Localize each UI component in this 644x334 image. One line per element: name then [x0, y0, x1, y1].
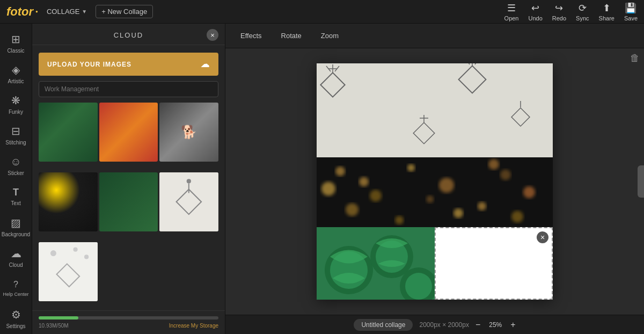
collage-canvas: ×: [317, 63, 553, 300]
svg-point-27: [370, 190, 382, 202]
topbar: fotor ● COLLAGE ▼ + New Collage ☰ Open ↩…: [0, 0, 644, 24]
sidebar-item-sticker[interactable]: ☺ Sticker: [0, 150, 32, 181]
storage-area: 10.93M/50M Increase My Storage: [32, 310, 225, 334]
redo-label: Redo: [552, 15, 566, 21]
help-label: Help Center: [3, 292, 28, 297]
remove-cell-button[interactable]: ×: [537, 231, 548, 243]
zoom-in-button[interactable]: +: [510, 320, 515, 330]
artistic-icon: ◈: [12, 63, 20, 76]
thumbnail-white-plant[interactable]: [39, 242, 98, 301]
svg-point-28: [407, 164, 415, 172]
save-icon: 💾: [625, 2, 636, 14]
classic-icon: ⊞: [11, 33, 20, 46]
scroll-handle[interactable]: [638, 165, 644, 198]
thumbnail-gold[interactable]: [39, 172, 98, 231]
zoom-button[interactable]: Zoom: [317, 30, 343, 42]
undo-button[interactable]: ↩ Undo: [529, 2, 543, 21]
svg-rect-9: [317, 63, 553, 157]
background-icon: ▨: [11, 216, 21, 229]
thumbnail-orange[interactable]: [99, 103, 158, 162]
cloud-panel: CLOUD × UPLOAD YOUR IMAGES ☁: [32, 24, 225, 334]
svg-point-36: [488, 159, 499, 170]
settings-label: Settings: [6, 323, 25, 329]
cloud-label: Cloud: [9, 262, 23, 268]
open-label: Open: [504, 15, 519, 21]
canvas-area: Effects Rotate Zoom: [225, 24, 644, 334]
share-button[interactable]: ⬆ Share: [599, 2, 614, 21]
save-button[interactable]: 💾 Save: [624, 2, 638, 21]
sync-button[interactable]: ⟳ Sync: [576, 2, 589, 21]
sidebar-item-artistic[interactable]: ◈ Artistic: [0, 59, 32, 89]
new-collage-label: + New Collage: [101, 8, 147, 16]
open-icon: ☰: [507, 2, 516, 14]
sync-icon: ⟳: [579, 2, 587, 14]
svg-point-35: [395, 216, 404, 224]
text-label: Text: [11, 200, 20, 206]
topbar-actions: ☰ Open ↩ Undo ↪ Redo ⟳ Sync ⬆ Share 💾 Sa…: [504, 2, 638, 21]
collage-name-badge: Untitled collage: [354, 319, 413, 331]
search-input[interactable]: [39, 81, 218, 97]
svg-point-6: [50, 250, 56, 256]
svg-point-26: [335, 166, 345, 176]
increase-storage-link[interactable]: Increase My Storage: [169, 323, 218, 329]
redo-button[interactable]: ↪ Redo: [552, 2, 566, 21]
text-icon: T: [13, 187, 19, 198]
thumbnail-leaves2[interactable]: [99, 172, 158, 231]
svg-point-3: [187, 179, 191, 183]
sidebar: ⊞ Classic ◈ Artistic ❋ Funky ⊟ Stitching…: [0, 24, 32, 334]
delete-icon[interactable]: 🗑: [630, 53, 640, 64]
close-panel-button[interactable]: ×: [207, 29, 218, 41]
new-collage-button[interactable]: + New Collage: [96, 5, 153, 18]
upload-cloud-icon: ☁: [201, 59, 210, 69]
svg-point-29: [439, 178, 454, 193]
sidebar-item-stitching[interactable]: ⊟ Stitching: [0, 120, 32, 150]
sidebar-item-help[interactable]: ? Help Center: [0, 273, 32, 303]
thumbnail-dog[interactable]: [159, 103, 218, 162]
svg-point-34: [523, 186, 535, 198]
redo-icon: ↪: [555, 2, 563, 14]
collage-bottom-right[interactable]: ×: [435, 227, 553, 300]
collage-menu-button[interactable]: COLLAGE ▼: [47, 8, 87, 16]
stitching-icon: ⊟: [11, 125, 20, 137]
help-icon: ?: [13, 280, 18, 289]
canvas-toolbar: Effects Rotate Zoom: [225, 24, 644, 48]
settings-icon: ⚙: [11, 308, 21, 321]
sidebar-item-cloud[interactable]: ☁ Cloud: [0, 242, 32, 273]
funky-icon: ❋: [11, 94, 20, 107]
sidebar-item-text[interactable]: T Text: [0, 181, 32, 212]
logo-area: fotor ●: [6, 5, 38, 19]
storage-fill: [39, 316, 78, 320]
svg-rect-4: [39, 242, 98, 301]
share-icon: ⬆: [603, 2, 611, 14]
collage-bottom-left[interactable]: [317, 227, 435, 300]
stitching-label: Stitching: [5, 140, 26, 146]
panel-title: CLOUD: [114, 31, 144, 39]
svg-point-8: [84, 255, 89, 259]
sidebar-item-funky[interactable]: ❋ Funky: [0, 89, 32, 120]
collage-top-row[interactable]: [317, 63, 553, 157]
chevron-down-icon: ▼: [82, 9, 87, 14]
upload-images-button[interactable]: UPLOAD YOUR IMAGES ☁: [39, 53, 218, 76]
svg-point-31: [500, 170, 511, 180]
sidebar-item-background[interactable]: ▨ Background: [0, 212, 32, 242]
thumbnail-plant-deco[interactable]: [159, 172, 218, 231]
storage-used: 10.93M/50M: [39, 323, 69, 329]
sticker-label: Sticker: [8, 170, 24, 176]
thumbnail-leaves[interactable]: [39, 103, 98, 162]
sync-label: Sync: [576, 15, 589, 21]
upload-label: UPLOAD YOUR IMAGES: [47, 61, 131, 68]
open-button[interactable]: ☰ Open: [504, 2, 519, 21]
zoom-out-button[interactable]: −: [475, 320, 480, 330]
artistic-label: Artistic: [8, 78, 24, 84]
panel-header: CLOUD: [32, 24, 225, 45]
logo-dot: ●: [35, 9, 38, 14]
collage-bottom-row: ×: [317, 227, 553, 300]
effects-button[interactable]: Effects: [236, 30, 266, 42]
rotate-button[interactable]: Rotate: [277, 30, 306, 42]
sidebar-item-classic[interactable]: ⊞ Classic: [0, 28, 32, 59]
svg-point-33: [453, 208, 463, 218]
sidebar-item-settings[interactable]: ⚙ Settings: [0, 303, 32, 334]
classic-label: Classic: [7, 48, 24, 54]
svg-point-38: [426, 195, 434, 203]
collage-middle-row[interactable]: [317, 157, 553, 227]
